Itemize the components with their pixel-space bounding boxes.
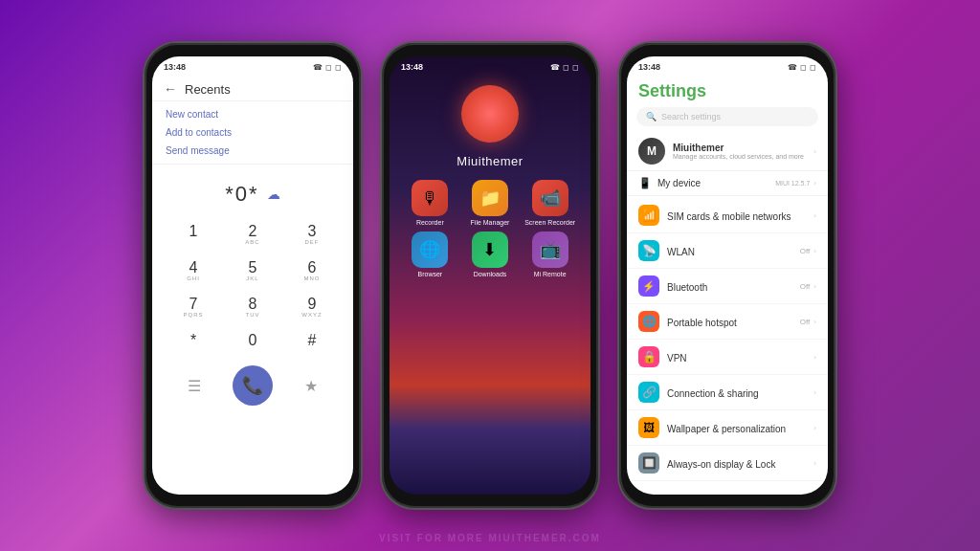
phone-home: 13:48 ☎ ◻ ◻ Miuithemer 🎙 Recorder 📁 — [380, 41, 600, 510]
device-icon: 📱 — [638, 177, 652, 189]
key-hash[interactable]: # — [284, 327, 340, 354]
vpn-icon: 🔒 — [638, 346, 659, 367]
phone-settings: 13:48 ☎ ◻ ◻ Settings 🔍 Search settings M… — [617, 41, 837, 510]
key-0[interactable]: 0 — [225, 327, 280, 354]
file-manager-label: File Manager — [471, 219, 510, 226]
status-bar-2: 13:48 ☎ ◻ ◻ — [390, 56, 590, 77]
settings-item-connection-sharing[interactable]: 🔗 Connection & sharing › — [627, 375, 828, 410]
hotspot-value: Off — [800, 318, 811, 326]
status-icons-3: ☎ ◻ ◻ — [788, 63, 816, 72]
wallpaper-label: Wallpaper & personalization — [667, 424, 786, 434]
settings-item-bluetooth[interactable]: ⚡ Bluetooth Off › — [627, 269, 828, 304]
time-2: 13:48 — [401, 62, 423, 72]
search-bar[interactable]: 🔍 Search settings — [636, 107, 818, 126]
key-star[interactable]: * — [166, 327, 221, 354]
vpn-chevron-icon: › — [813, 353, 816, 362]
send-message-option[interactable]: Send message — [166, 145, 340, 156]
wlan-label: WLAN — [667, 247, 695, 257]
sim-chevron-icon: › — [813, 211, 816, 220]
sim-icon: 📶 — [638, 205, 659, 226]
connection-sharing-icon: 🔗 — [638, 382, 659, 403]
screen-recorder-icon: 📹 — [532, 180, 568, 216]
bluetooth-value: Off — [800, 282, 811, 291]
status-icons-1: ☎ ◻ ◻ — [313, 63, 342, 72]
sun-decoration — [461, 85, 519, 143]
favorite-icon[interactable]: ★ — [304, 377, 318, 395]
display-lock-chevron-icon: › — [813, 459, 816, 468]
search-icon: 🔍 — [646, 112, 657, 121]
key-8[interactable]: 8 TUV — [225, 291, 280, 323]
settings-item-hotspot[interactable]: 🌐 Portable hotspot Off › — [627, 304, 828, 340]
settings-profile[interactable]: M Miuithemer Manage accounts, cloud serv… — [627, 132, 828, 171]
app-file-manager[interactable]: 📁 File Manager — [463, 180, 518, 226]
settings-item-wlan[interactable]: 📡 WLAN Off › — [627, 233, 828, 269]
profile-name: Miuithemer — [673, 143, 806, 153]
key-5[interactable]: 5 JKL — [225, 254, 280, 287]
app-browser[interactable]: 🌐 Browser — [403, 231, 457, 277]
app-mi-remote[interactable]: 📺 Mi Remote — [523, 231, 577, 277]
settings-list: 📶 SIM cards & mobile networks › 📡 WLAN O… — [627, 196, 828, 483]
browser-icon: 🌐 — [412, 231, 448, 268]
display-lock-icon: 🔲 — [638, 452, 659, 474]
sim-label: SIM cards & mobile networks — [667, 211, 791, 222]
key-7[interactable]: 7 PQRS — [166, 291, 221, 323]
recorder-label: Recorder — [416, 219, 444, 226]
search-placeholder-text: Search settings — [661, 112, 721, 121]
key-9[interactable]: 9 WXYZ — [284, 291, 340, 323]
app-downloads[interactable]: ⬇ Downloads — [463, 231, 518, 277]
contacts-icon[interactable]: ☰ — [188, 377, 201, 395]
mi-remote-label: Mi Remote — [534, 271, 567, 277]
wallpaper-chevron-icon: › — [813, 424, 816, 432]
key-1[interactable]: 1 — [166, 218, 221, 251]
settings-item-sim[interactable]: 📶 SIM cards & mobile networks › — [627, 198, 828, 233]
settings-item-display-lock[interactable]: 🔲 Always-on display & Lock › — [627, 446, 828, 481]
key-4[interactable]: 4 GHI — [166, 254, 221, 287]
app-grid: 🎙 Recorder 📁 File Manager 📹 Screen Recor… — [390, 174, 590, 283]
watermark-text: VISIT FOR MORE MIUITHEMER.COM — [379, 533, 601, 543]
key-6[interactable]: 6 MNO — [284, 254, 340, 287]
settings-item-wallpaper[interactable]: 🖼 Wallpaper & personalization › — [627, 410, 828, 446]
device-name: My device — [657, 178, 701, 188]
keypad: 1 2 ABC 3 DEF 4 GHI 5 JKL — [152, 214, 353, 358]
file-manager-icon: 📁 — [472, 180, 508, 216]
connection-sharing-label: Connection & sharing — [667, 388, 759, 399]
wlan-value: Off — [800, 247, 811, 255]
hotspot-chevron-icon: › — [813, 318, 816, 326]
settings-title: Settings — [627, 77, 828, 107]
device-chevron-icon: › — [813, 179, 816, 187]
key-3[interactable]: 3 DEF — [284, 218, 340, 251]
status-bar-1: 13:48 ☎ ◻ ◻ — [152, 56, 353, 77]
back-button[interactable]: ← — [164, 81, 177, 97]
settings-item-vpn[interactable]: 🔒 VPN › — [627, 340, 828, 375]
connection-sharing-chevron-icon: › — [813, 388, 816, 397]
dialer-title: Recents — [185, 82, 231, 97]
dialed-number: *0* — [225, 182, 258, 207]
new-contact-option[interactable]: New contact — [166, 109, 340, 120]
browser-label: Browser — [417, 271, 442, 277]
time-3: 13:48 — [638, 62, 660, 72]
status-icons-2: ☎ ◻ ◻ — [550, 63, 579, 72]
cloud-icon: ☁ — [267, 187, 280, 202]
add-contacts-option[interactable]: Add to contacts — [166, 127, 340, 138]
dialer-display: *0* ☁ — [152, 165, 353, 214]
call-button[interactable]: 📞 — [233, 365, 273, 406]
app-screen-recorder[interactable]: 📹 Screen Recorder — [523, 180, 577, 226]
display-lock-label: Always-on display & Lock — [667, 459, 775, 470]
hotspot-label: Portable hotspot — [667, 318, 737, 328]
dialer-bottom-bar: ☰ 📞 ★ — [152, 358, 353, 409]
status-bar-3: 13:48 ☎ ◻ ◻ — [627, 56, 828, 77]
downloads-label: Downloads — [474, 271, 507, 277]
profile-chevron-icon: › — [813, 147, 816, 156]
avatar: M — [638, 138, 665, 165]
settings-device[interactable]: 📱 My device MIUI 12.5.7 › — [627, 171, 828, 196]
recorder-icon: 🎙 — [412, 180, 448, 216]
vpn-label: VPN — [667, 353, 687, 364]
bluetooth-label: Bluetooth — [667, 282, 707, 293]
app-recorder[interactable]: 🎙 Recorder — [403, 180, 457, 226]
home-username: Miuithemer — [390, 146, 590, 174]
dialer-header: ← Recents — [152, 77, 353, 101]
mi-remote-icon: 📺 — [532, 231, 568, 268]
key-2[interactable]: 2 ABC — [225, 218, 280, 251]
wallpaper-icon: 🖼 — [638, 417, 659, 438]
profile-subtitle: Manage accounts, cloud services, and mor… — [673, 153, 806, 160]
